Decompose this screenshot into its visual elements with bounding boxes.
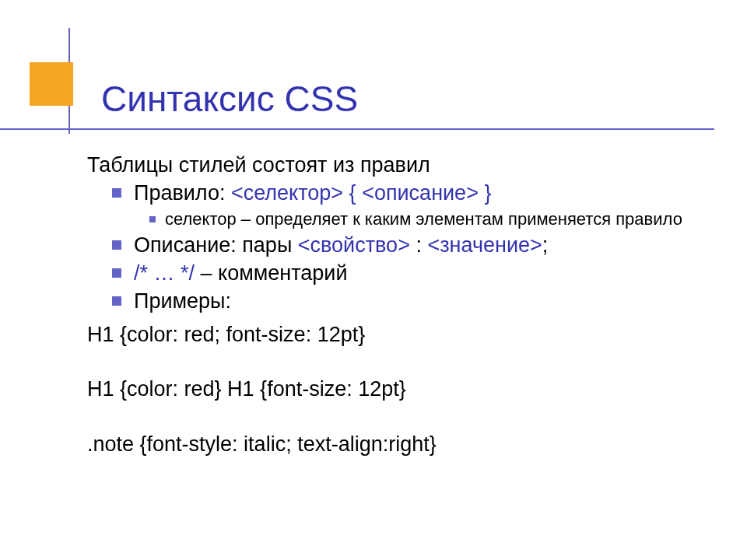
main-text-row: Таблицы стилей состоят из правил (87, 151, 708, 179)
bullet-icon (149, 216, 156, 222)
rule-selector: <селектор> (231, 181, 343, 205)
bullet-description: Описание: пары <свойство> : <значение>; (112, 231, 708, 259)
desc-end: ; (542, 233, 549, 257)
desc-label: Описание: пары (134, 233, 298, 257)
decorative-horizontal-line (0, 128, 714, 130)
rule-brace-close: } (479, 181, 492, 205)
bullet-examples: Примеры: (112, 287, 708, 315)
desc-property: <свойство> (298, 233, 410, 257)
rule-description: <описание> (362, 181, 479, 205)
desc-value: <значение> (427, 233, 542, 257)
main-text: Таблицы стилей состоят из правил (87, 151, 708, 179)
bullet-description-text: Описание: пары <свойство> : <значение>; (134, 231, 708, 259)
bullet-icon (112, 240, 121, 250)
selector-note: селектор – определяет к каким элементам … (165, 208, 708, 231)
slide-content: Таблицы стилей состоят из правил Правило… (87, 151, 708, 458)
example-3: .note {font-style: italic; text-align:ri… (87, 430, 708, 458)
bullet-icon (112, 188, 121, 198)
rule-label: Правило: (134, 181, 231, 205)
bullet-comment: /* … */ – комментарий (112, 259, 708, 287)
comment-label: – комментарий (195, 261, 347, 285)
bullet-rule: Правило: <селектор> { <описание> } (112, 179, 708, 207)
bullet-icon (112, 268, 121, 278)
rule-brace-open: { (343, 181, 362, 205)
example-2: H1 {color: red} H1 {font-size: 12pt} (87, 375, 708, 403)
bullet-comment-text: /* … */ – комментарий (134, 259, 708, 287)
comment-syntax: /* … */ (134, 261, 195, 285)
example-1: H1 {color: red; font-size: 12pt} (87, 320, 708, 348)
bullet-icon (112, 296, 121, 306)
bullet-rule-text: Правило: <селектор> { <описание> } (134, 179, 708, 207)
slide-title: Синтаксис CSS (101, 78, 358, 120)
decorative-square (30, 62, 73, 106)
bullet-selector-note: селектор – определяет к каким элементам … (149, 208, 708, 231)
desc-colon: : (410, 233, 428, 257)
examples-label: Примеры: (134, 287, 708, 315)
